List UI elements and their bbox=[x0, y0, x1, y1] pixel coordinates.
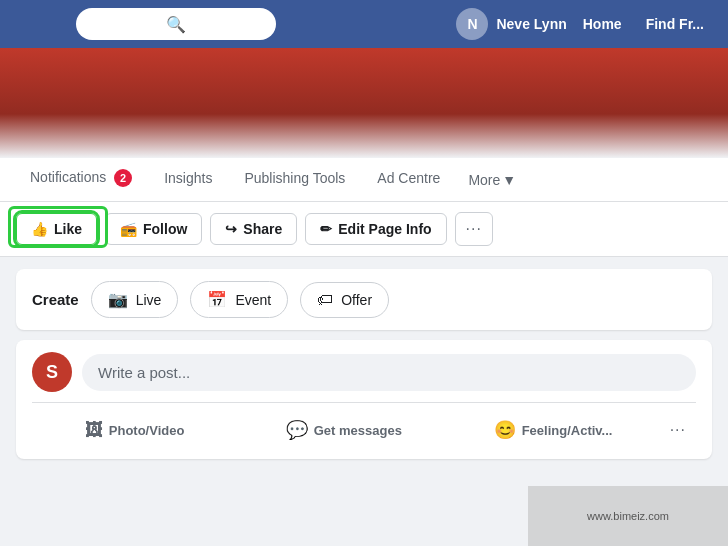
like-button[interactable]: 👍 Like bbox=[16, 213, 97, 245]
dots-icon: ··· bbox=[466, 220, 482, 238]
post-input[interactable]: Write a post... bbox=[82, 354, 696, 391]
share-icon: ↪ bbox=[225, 221, 237, 237]
messenger-icon: 💬 bbox=[286, 419, 308, 441]
edit-page-info-button[interactable]: ✏ Edit Page Info bbox=[305, 213, 446, 245]
follow-icon: 📻 bbox=[120, 221, 137, 237]
tab-notifications[interactable]: Notifications 2 bbox=[16, 161, 146, 198]
feeling-label: Feeling/Activ... bbox=[522, 423, 613, 438]
offer-icon: 🏷 bbox=[317, 291, 333, 309]
photo-video-label: Photo/Video bbox=[109, 423, 185, 438]
post-actions-row: 🖼 Photo/Video 💬 Get messages 😊 Feeling/A… bbox=[32, 402, 696, 447]
avatar: N bbox=[456, 8, 488, 40]
live-icon: 📷 bbox=[108, 290, 128, 309]
post-dots-icon: ··· bbox=[670, 421, 686, 439]
notifications-badge: 2 bbox=[114, 169, 132, 187]
get-messages-label: Get messages bbox=[314, 423, 402, 438]
avatar-initial: N bbox=[467, 16, 477, 32]
create-section: Create 📷 Live 📅 Event 🏷 Offer bbox=[16, 269, 712, 330]
post-box: S Write a post... 🖼 Photo/Video 💬 Get me… bbox=[16, 340, 712, 459]
photo-icon: 🖼 bbox=[85, 420, 103, 441]
feeling-icon: 😊 bbox=[494, 419, 516, 441]
photo-video-button[interactable]: 🖼 Photo/Video bbox=[32, 414, 237, 447]
tab-insights[interactable]: Insights bbox=[150, 162, 226, 197]
event-button[interactable]: 📅 Event bbox=[190, 281, 288, 318]
like-label: Like bbox=[54, 221, 82, 237]
follow-label: Follow bbox=[143, 221, 187, 237]
event-label: Event bbox=[235, 292, 271, 308]
offer-label: Offer bbox=[341, 292, 372, 308]
live-label: Live bbox=[136, 292, 162, 308]
post-more-button[interactable]: ··· bbox=[660, 415, 696, 445]
edit-page-info-label: Edit Page Info bbox=[338, 221, 431, 237]
user-name: Neve Lynn bbox=[496, 16, 566, 32]
feeling-activity-button[interactable]: 😊 Feeling/Activ... bbox=[450, 413, 655, 447]
post-avatar-letter: S bbox=[46, 362, 58, 383]
nav-user: N Neve Lynn bbox=[456, 8, 566, 40]
content-area: Create 📷 Live 📅 Event 🏷 Offer S Write a … bbox=[0, 257, 728, 471]
find-friends-link[interactable]: Find Fr... bbox=[638, 16, 712, 32]
event-icon: 📅 bbox=[207, 290, 227, 309]
watermark: www.bimeiz.com bbox=[528, 486, 728, 546]
share-button[interactable]: ↪ Share bbox=[210, 213, 297, 245]
post-placeholder: Write a post... bbox=[98, 364, 190, 381]
post-avatar: S bbox=[32, 352, 72, 392]
home-link[interactable]: Home bbox=[575, 16, 630, 32]
create-label: Create bbox=[32, 291, 79, 308]
pencil-icon: ✏ bbox=[320, 221, 332, 237]
action-more-button[interactable]: ··· bbox=[455, 212, 493, 246]
tab-more[interactable]: More ▼ bbox=[458, 164, 526, 196]
chevron-down-icon: ▼ bbox=[502, 172, 516, 188]
thumb-icon: 👍 bbox=[31, 221, 48, 237]
search-box[interactable]: 🔍 bbox=[76, 8, 276, 40]
live-button[interactable]: 📷 Live bbox=[91, 281, 179, 318]
post-input-row: S Write a post... bbox=[32, 352, 696, 392]
cover-area bbox=[0, 48, 728, 158]
search-icon: 🔍 bbox=[166, 15, 186, 34]
get-messages-button[interactable]: 💬 Get messages bbox=[241, 413, 446, 447]
share-label: Share bbox=[243, 221, 282, 237]
action-row: 👍 Like 📻 Follow ↪ Share ✏ Edit Page Info… bbox=[0, 202, 728, 257]
top-nav: 🔍 N Neve Lynn Home Find Fr... bbox=[0, 0, 728, 48]
tab-ad-centre[interactable]: Ad Centre bbox=[363, 162, 454, 197]
tab-publishing-tools[interactable]: Publishing Tools bbox=[230, 162, 359, 197]
offer-button[interactable]: 🏷 Offer bbox=[300, 282, 389, 318]
page-tabs: Notifications 2 Insights Publishing Tool… bbox=[0, 158, 728, 202]
follow-button[interactable]: 📻 Follow bbox=[105, 213, 202, 245]
